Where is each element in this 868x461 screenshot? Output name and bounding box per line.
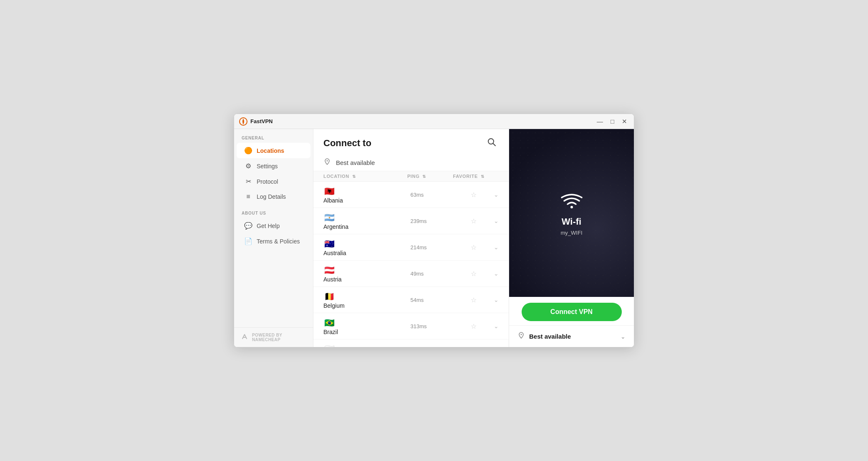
svg-line-2: [493, 144, 496, 146]
log-details-icon: ≡: [244, 193, 252, 200]
location-name: 🇦🇷 Argentina: [323, 212, 410, 230]
column-ping[interactable]: PING ⇅: [407, 174, 453, 179]
wifi-icon: [560, 190, 583, 211]
list-item[interactable]: 🇧🇪 Belgium 54ms ☆ ⌄: [313, 287, 509, 313]
flag-icon: 🇦🇹: [323, 264, 335, 276]
search-button[interactable]: [484, 137, 499, 149]
location-pin-icon-bottom: [517, 332, 525, 341]
flag-icon: 🇦🇷: [323, 212, 335, 223]
list-item[interactable]: 🇦🇱 Albania 63ms ☆ ⌄: [313, 182, 509, 208]
ping-value: 63ms: [410, 192, 458, 198]
favorite-star[interactable]: ☆: [458, 322, 490, 330]
wifi-name: my_WIFI: [561, 230, 583, 236]
app-window: FastVPN — □ ✕ GENERAL 🟠 Locations ⚙ Sett…: [234, 114, 634, 347]
search-icon: [487, 137, 496, 147]
window-controls: — □ ✕: [595, 118, 629, 124]
minimize-button[interactable]: —: [595, 118, 605, 124]
best-available-row[interactable]: Best available: [313, 154, 509, 171]
ping-value: 313ms: [410, 323, 458, 329]
sidebar: GENERAL 🟠 Locations ⚙ Settings ✂ Protoco…: [234, 129, 313, 347]
sidebar-item-terms[interactable]: 📄 Terms & Policies: [237, 233, 310, 249]
flag-icon: 🇧🇪: [323, 291, 335, 302]
list-item[interactable]: 🇧🇬 Bulgaria 75ms ☆ ⌄: [313, 339, 509, 347]
close-button[interactable]: ✕: [620, 118, 629, 124]
svg-point-3: [327, 160, 328, 162]
content-header: Connect to: [313, 129, 509, 154]
favorite-star[interactable]: ☆: [458, 270, 490, 278]
favorite-star[interactable]: ☆: [458, 217, 490, 225]
settings-icon: ⚙: [244, 162, 252, 170]
connect-vpn-button[interactable]: Connect VPN: [522, 303, 622, 321]
list-item[interactable]: 🇧🇷 Brazil 313ms ☆ ⌄: [313, 313, 509, 339]
titlebar: FastVPN — □ ✕: [234, 114, 634, 129]
location-name: 🇧🇬 Bulgaria: [323, 343, 410, 347]
column-location[interactable]: LOCATION ⇅: [323, 174, 407, 179]
svg-point-4: [570, 206, 573, 208]
maximize-button[interactable]: □: [609, 118, 616, 124]
sidebar-spacer: [234, 249, 313, 327]
list-item[interactable]: 🇦🇷 Argentina 239ms ☆ ⌄: [313, 208, 509, 234]
best-available-bottom-label: Best available: [529, 333, 616, 340]
sidebar-item-protocol-label: Protocol: [257, 178, 278, 185]
sidebar-item-locations-label: Locations: [257, 147, 284, 154]
wifi-label: Wi-fi: [562, 216, 581, 227]
list-item[interactable]: 🇦🇹 Austria 49ms ☆ ⌄: [313, 261, 509, 287]
ping-value: 214ms: [410, 244, 458, 251]
terms-icon: 📄: [244, 237, 252, 245]
location-pin-icon: [323, 158, 331, 167]
get-help-icon: 💬: [244, 222, 252, 230]
favorite-star[interactable]: ☆: [458, 243, 490, 251]
column-favorite[interactable]: FAVORITE ⇅: [453, 174, 499, 179]
flag-icon: 🇦🇱: [323, 185, 335, 197]
right-panel: Wi-fi my_WIFI Connect VPN Best available: [509, 129, 634, 347]
locations-list: 🇦🇱 Albania 63ms ☆ ⌄ 🇦🇷 Argentina 239ms ☆…: [313, 182, 509, 347]
sidebar-item-log-details[interactable]: ≡ Log Details: [237, 189, 310, 204]
sidebar-item-terms-label: Terms & Policies: [257, 238, 300, 245]
connect-btn-wrap: Connect VPN: [509, 297, 634, 325]
location-name: 🇦🇹 Austria: [323, 264, 410, 283]
sidebar-item-locations[interactable]: 🟠 Locations: [237, 143, 310, 158]
sidebar-item-get-help[interactable]: 💬 Get Help: [237, 218, 310, 233]
favorite-star[interactable]: ☆: [458, 191, 490, 199]
general-section-label: GENERAL: [234, 136, 313, 143]
sidebar-item-get-help-label: Get Help: [257, 223, 280, 229]
ping-value: 239ms: [410, 218, 458, 224]
location-name: 🇦🇱 Albania: [323, 185, 410, 204]
right-panel-lower: Connect VPN Best available ⌄: [509, 297, 634, 347]
expand-chevron[interactable]: ⌄: [494, 244, 499, 251]
sidebar-item-settings-label: Settings: [257, 163, 278, 170]
page-title: Connect to: [323, 138, 371, 149]
app-logo: [239, 117, 247, 126]
flag-icon: 🇧🇬: [323, 343, 335, 347]
chevron-down-icon: ⌄: [621, 333, 626, 340]
expand-chevron[interactable]: ⌄: [494, 323, 499, 329]
sidebar-footer: POWERED BY NAMECHEAP: [234, 327, 313, 347]
best-available-selector[interactable]: Best available ⌄: [509, 325, 634, 347]
flag-icon: 🇧🇷: [323, 317, 335, 329]
flag-icon: 🇦🇺: [323, 238, 335, 250]
expand-chevron[interactable]: ⌄: [494, 191, 499, 198]
protocol-icon: ✂: [244, 177, 252, 185]
about-section-label: ABOUT US: [234, 211, 313, 218]
sidebar-item-protocol[interactable]: ✂ Protocol: [237, 174, 310, 189]
app-title: FastVPN: [250, 118, 595, 124]
list-item[interactable]: 🇦🇺 Australia 214ms ☆ ⌄: [313, 234, 509, 261]
locations-icon: 🟠: [244, 147, 252, 155]
favorite-star[interactable]: ☆: [458, 296, 490, 304]
about-section: ABOUT US 💬 Get Help 📄 Terms & Policies: [234, 211, 313, 249]
best-available-label: Best available: [336, 159, 375, 166]
location-name: 🇦🇺 Australia: [323, 238, 410, 256]
expand-chevron[interactable]: ⌄: [494, 296, 499, 303]
ping-value: 54ms: [410, 297, 458, 303]
ping-value: 49ms: [410, 271, 458, 277]
main-layout: GENERAL 🟠 Locations ⚙ Settings ✂ Protoco…: [234, 129, 634, 347]
sidebar-item-log-details-label: Log Details: [257, 193, 286, 200]
powered-by-label: POWERED BY NAMECHEAP: [252, 333, 305, 342]
sidebar-item-settings[interactable]: ⚙ Settings: [237, 158, 310, 174]
table-header: LOCATION ⇅ PING ⇅ FAVORITE ⇅: [313, 171, 509, 182]
namecheap-logo: [242, 333, 249, 342]
location-name: 🇧🇪 Belgium: [323, 291, 410, 309]
wifi-section: Wi-fi my_WIFI: [509, 129, 634, 297]
expand-chevron[interactable]: ⌄: [494, 270, 499, 277]
expand-chevron[interactable]: ⌄: [494, 218, 499, 224]
